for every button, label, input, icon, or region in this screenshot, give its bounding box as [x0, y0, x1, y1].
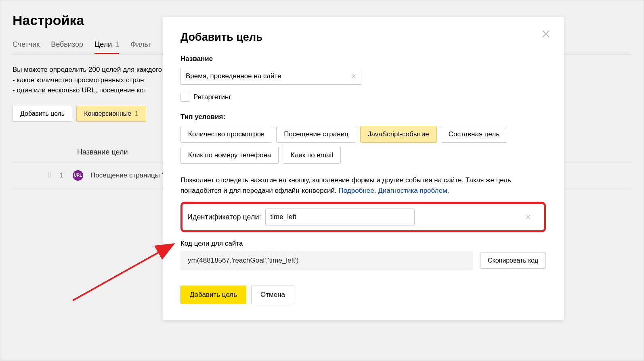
condition-type-label: Тип условия:: [180, 113, 546, 121]
code-label: Код цели для сайта: [180, 240, 546, 248]
goal-id-input[interactable]: [265, 209, 415, 225]
cond-email-button[interactable]: Клик по email: [283, 147, 341, 164]
add-goal-modal: Добавить цель Название Ретаргетинг Тип у…: [163, 17, 564, 320]
copy-code-button[interactable]: Скопировать код: [480, 252, 546, 269]
submit-button[interactable]: Добавить цель: [180, 286, 246, 304]
close-icon[interactable]: [540, 28, 552, 40]
tab-goals[interactable]: Цели 1: [94, 40, 119, 54]
conversion-filter-button[interactable]: Конверсионные 1: [76, 106, 146, 122]
cond-views-button[interactable]: Количество просмотров: [180, 126, 272, 143]
modal-title: Добавить цель: [180, 31, 546, 44]
help-end: .: [447, 187, 449, 194]
help-sep: .: [374, 187, 378, 194]
conversion-label: Конверсионные: [84, 110, 131, 117]
clear-name-icon[interactable]: [350, 73, 357, 80]
retargeting-checkbox[interactable]: [180, 93, 189, 102]
code-snippet: ym(48818567,'reachGoal','time_left'): [180, 251, 473, 270]
row-name: Посещение страницы "С: [90, 171, 169, 179]
row-index: 1: [59, 171, 65, 179]
name-label: Название: [180, 55, 546, 63]
url-badge-icon: URL: [73, 170, 83, 181]
tab-goals-count: 1: [115, 40, 119, 48]
tab-goals-label: Цели: [94, 40, 112, 48]
tab-filters[interactable]: Фильт: [130, 40, 151, 54]
drag-handle-icon[interactable]: ⠿: [47, 171, 52, 180]
add-goal-button[interactable]: Добавить цель: [13, 106, 72, 122]
cond-phone-button[interactable]: Клик по номеру телефона: [180, 147, 279, 164]
cancel-button[interactable]: Отмена: [251, 286, 294, 304]
cond-js-button[interactable]: JavaScript-событие: [360, 126, 437, 143]
help-link-diagnostics[interactable]: Диагностика проблем: [378, 187, 447, 194]
cond-composite-button[interactable]: Составная цель: [441, 126, 507, 143]
goal-name-input[interactable]: [180, 68, 361, 85]
conversion-count: 1: [135, 110, 138, 117]
tab-webvisor[interactable]: Вебвизор: [51, 40, 83, 54]
cond-pages-button[interactable]: Посещение страниц: [276, 126, 356, 143]
goal-id-label: Идентификатор цели:: [187, 213, 261, 221]
retargeting-label: Ретаргетинг: [193, 93, 231, 101]
help-text: Позволяет отследить нажатие на кнопку, з…: [180, 175, 546, 196]
clear-id-icon[interactable]: [524, 213, 532, 221]
tab-counter[interactable]: Счетчик: [13, 40, 40, 54]
goal-id-highlight: Идентификатор цели:: [180, 202, 546, 232]
help-link-more[interactable]: Подробнее: [339, 187, 374, 194]
